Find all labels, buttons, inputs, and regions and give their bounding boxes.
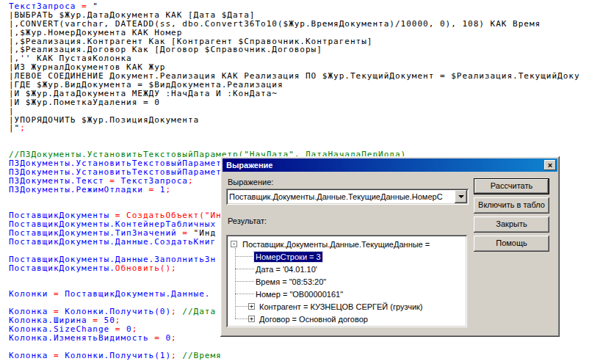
tree-item-label: Дата = '04.01.10' — [254, 264, 319, 274]
expand-toggle[interactable]: + — [248, 303, 255, 310]
help-button[interactable]: Помощь — [474, 236, 549, 252]
tree-item[interactable]: +Контрагент = КУЗНЕЦОВ СЕРГЕЙ (грузчик) — [229, 300, 464, 313]
expression-label: Выражение: — [228, 178, 273, 186]
tree-connector-stub — [235, 318, 248, 319]
dialog-title: Выражение — [226, 161, 272, 170]
close-icon: × — [548, 161, 552, 170]
code-line: |"; — [9, 124, 614, 133]
tree-item[interactable]: НомерСтроки = 3 — [229, 250, 464, 263]
tree-connector-stub — [235, 306, 248, 307]
tree-connector-stub — [235, 269, 254, 269]
tree-item[interactable]: Номер = "ОВ00000161" — [229, 288, 464, 300]
expand-toggle[interactable]: + — [248, 316, 255, 322]
tree-root-label: Поставщик.Документы.Данные.ТекущиеДанные… — [241, 239, 431, 250]
tree-item-label: Номер = "ОВ00000161" — [254, 289, 344, 299]
result-treebox[interactable]: -Поставщик.Документы.Данные.ТекущиеДанны… — [226, 235, 467, 327]
code-line: Колонка = Колонки.Получить(1); //Время — [9, 352, 614, 360]
tree-item[interactable]: Время = "08:53:20" — [229, 275, 464, 288]
result-tree: -Поставщик.Документы.Данные.ТекущиеДанны… — [229, 238, 464, 324]
tree-item-label: Контрагент = КУЗНЕЦОВ СЕРГЕЙ (грузчик) — [258, 302, 425, 312]
tree-connector-stub — [235, 294, 254, 294]
tree-item-label: Время = "08:53:20" — [254, 277, 328, 287]
tree-item[interactable]: +Договор = Основной договор — [229, 313, 464, 325]
include-in-board-button[interactable]: Включить в табло — [474, 197, 549, 214]
tree-connector-stub — [235, 281, 254, 282]
code-line — [9, 133, 614, 142]
close-dialog-button[interactable]: Закрыть — [474, 216, 549, 233]
close-button[interactable]: × — [544, 160, 556, 170]
expression-combobox[interactable] — [226, 189, 469, 205]
tree-item[interactable]: Дата = '04.01.10' — [229, 263, 464, 275]
combobox-dropdown-button[interactable] — [455, 190, 467, 203]
result-label: Результат: — [228, 216, 267, 225]
tree-item-label: НомерСтроки = 3 — [254, 252, 322, 262]
minus-icon: - — [232, 241, 236, 247]
tree-connector-stub — [235, 256, 254, 257]
plus-icon: + — [250, 304, 253, 309]
calculate-button[interactable]: Рассчитать — [474, 178, 549, 194]
expression-dialog: Выражение × Выражение: Рассчитать Включи… — [220, 156, 560, 337]
tree-root-item[interactable]: -Поставщик.Документы.Данные.ТекущиеДанны… — [229, 238, 464, 250]
tree-item-label: Договор = Основной договор — [258, 314, 369, 324]
collapse-toggle[interactable]: - — [231, 241, 237, 247]
plus-icon: + — [250, 316, 253, 321]
code-line: |И $Жур.ПометкаУдаления = 0 — [9, 98, 614, 107]
code-line: |УПОРЯДОЧИТЬ $Жур.ПозицияДокумента — [9, 116, 614, 125]
dialog-titlebar[interactable]: Выражение × — [223, 159, 557, 172]
chevron-down-icon — [458, 195, 464, 201]
expression-input[interactable] — [228, 191, 453, 203]
